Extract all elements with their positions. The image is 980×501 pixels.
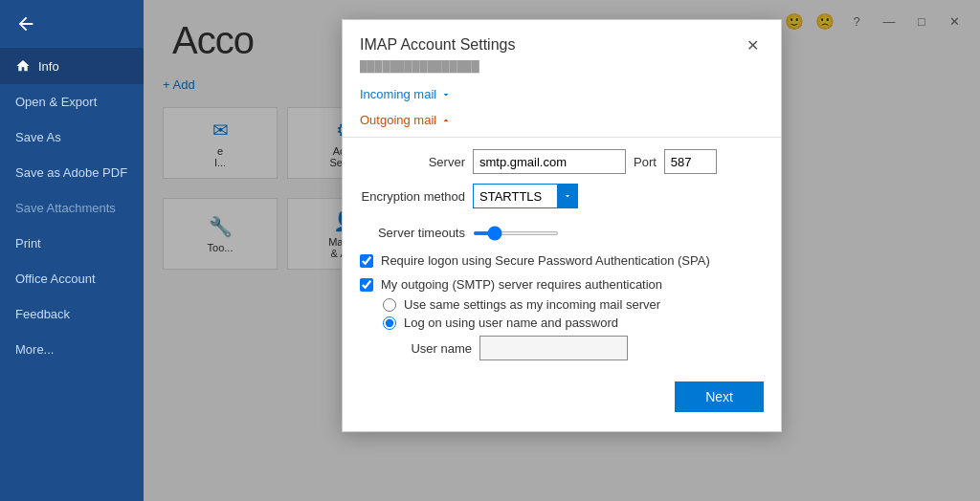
main-content: 🙂 🙁 ? — □ ✕ Acco + Add ✉ eI... ⚙ AccoSet… [144, 0, 980, 501]
sidebar-item-open-export[interactable]: Open & Export [0, 84, 144, 120]
server-label: Server [360, 155, 465, 169]
radio-same-settings-label[interactable]: Use same settings as my incoming mail se… [404, 297, 660, 312]
sidebar-item-save-as[interactable]: Save As [0, 120, 144, 155]
radio-same-settings-row: Use same settings as my incoming mail se… [383, 297, 781, 312]
sidebar-item-label: Open & Export [15, 95, 97, 109]
sidebar-item-save-as-pdf[interactable]: Save as Adobe PDF [0, 155, 144, 190]
incoming-mail-label: Incoming mail [360, 87, 436, 101]
encryption-select[interactable]: STARTTLS None SSL/TLS Auto [473, 184, 578, 208]
server-row: Server Port [360, 149, 764, 174]
incoming-mail-toggle[interactable]: Incoming mail [343, 81, 781, 107]
sidebar-item-label: Save As [15, 130, 61, 144]
modal-header: IMAP Account Settings ✕ [343, 20, 781, 56]
encryption-select-wrapper: STARTTLS None SSL/TLS Auto [473, 184, 578, 208]
sidebar: Info Open & Export Save As Save as Adobe… [0, 0, 144, 501]
encryption-label: Encryption method [360, 189, 465, 204]
smtp-auth-label[interactable]: My outgoing (SMTP) server requires authe… [381, 277, 662, 292]
radio-logon[interactable] [383, 316, 396, 330]
spa-checkbox-row: Require logon using Secure Password Auth… [343, 250, 781, 272]
radio-logon-row: Log on using user name and password [383, 316, 781, 330]
username-row: User name [343, 336, 781, 360]
modal-subtitle: ████████████████ [343, 56, 781, 81]
modal-footer: Next [343, 366, 781, 412]
sidebar-item-label: Office Account [15, 272, 96, 286]
port-label: Port [634, 155, 657, 169]
server-timeouts-slider[interactable] [473, 231, 559, 235]
modal-overlay: IMAP Account Settings ✕ ████████████████… [144, 0, 980, 501]
server-timeouts-label: Server timeouts [360, 226, 465, 240]
radio-logon-label[interactable]: Log on using user name and password [404, 316, 618, 330]
imap-settings-modal: IMAP Account Settings ✕ ████████████████… [342, 19, 782, 432]
radio-same-settings[interactable] [383, 298, 396, 312]
sidebar-item-label: Feedback [15, 307, 70, 321]
sidebar-item-info[interactable]: Info [0, 48, 144, 84]
sidebar-item-office-account[interactable]: Office Account [0, 261, 144, 296]
modal-close-button[interactable]: ✕ [741, 33, 764, 56]
port-input[interactable] [664, 149, 717, 174]
sidebar-item-label: Save Attachments [15, 201, 116, 215]
next-button[interactable]: Next [675, 381, 764, 412]
radio-group: Use same settings as my incoming mail se… [343, 297, 781, 330]
spa-label[interactable]: Require logon using Secure Password Auth… [381, 253, 710, 268]
smtp-auth-checkbox[interactable] [360, 278, 373, 292]
sidebar-item-print[interactable]: Print [0, 226, 144, 261]
spa-checkbox[interactable] [360, 254, 373, 268]
sidebar-item-label: Save as Adobe PDF [15, 165, 127, 180]
smtp-auth-checkbox-row: My outgoing (SMTP) server requires authe… [343, 273, 781, 295]
back-button[interactable] [0, 0, 144, 48]
username-label: User name [400, 341, 472, 356]
sidebar-item-save-attachments[interactable]: Save Attachments [0, 190, 144, 226]
sidebar-item-label: Info [38, 59, 59, 74]
sidebar-item-label: Print [15, 236, 41, 250]
outgoing-mail-toggle[interactable]: Outgoing mail [343, 107, 781, 133]
server-timeouts-row: Server timeouts [343, 226, 781, 240]
sidebar-item-more[interactable]: More... [0, 332, 144, 367]
sidebar-item-feedback[interactable]: Feedback [0, 296, 144, 332]
encryption-row: Encryption method STARTTLS None SSL/TLS … [360, 184, 764, 208]
sidebar-item-label: More... [15, 342, 54, 357]
modal-title: IMAP Account Settings [360, 36, 515, 54]
outgoing-mail-label: Outgoing mail [360, 113, 436, 127]
server-input[interactable] [473, 149, 626, 174]
username-input[interactable] [479, 336, 628, 360]
form-grid: Server Port Encryption method STARTTLS N… [343, 142, 781, 226]
